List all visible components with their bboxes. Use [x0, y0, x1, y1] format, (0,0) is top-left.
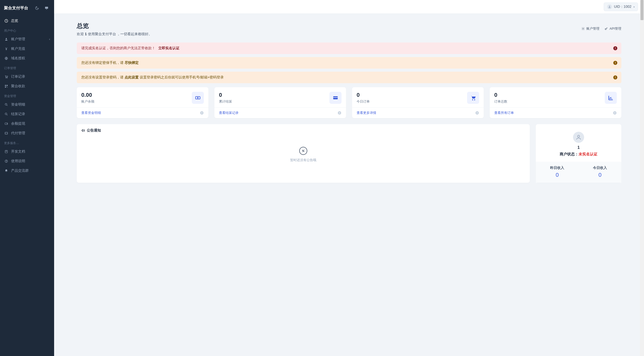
nav-domain-auth[interactable]: 域名授权	[0, 54, 54, 63]
nav-balance-withdraw[interactable]: 余额提现	[0, 119, 54, 128]
svg-point-5	[6, 78, 6, 78]
avatar-icon	[607, 4, 612, 9]
svg-point-33	[302, 150, 303, 151]
svg-point-3	[6, 38, 7, 39]
svg-point-32	[613, 111, 616, 114]
cart-icon	[4, 74, 9, 79]
user-icon	[4, 37, 9, 41]
nav-label: 产品交流群	[11, 168, 50, 173]
sidebar-header: 聚合支付平台	[0, 0, 54, 16]
svg-point-22	[605, 28, 606, 30]
svg-rect-11	[7, 87, 8, 88]
nav-section-user: 用户中心	[0, 26, 54, 34]
nav-label: 开发文档	[11, 149, 50, 154]
svg-point-25	[200, 111, 203, 114]
svg-point-24	[197, 97, 198, 98]
nav-label: 总览	[11, 19, 50, 23]
nav-product-group[interactable]: 产品交流群	[0, 166, 54, 175]
stat-balance: 0.00 账户余额 查看资金明细	[77, 87, 208, 118]
help-icon	[4, 159, 9, 163]
key-icon	[604, 27, 608, 30]
arrow-right-icon	[475, 111, 479, 115]
nav-order-records[interactable]: 订单记录	[0, 72, 54, 81]
svg-point-20	[609, 6, 610, 7]
user-menu[interactable]: UID：1002 ▾	[604, 3, 638, 11]
nav-label: 余额提现	[11, 121, 50, 126]
svg-rect-0	[45, 7, 48, 9]
page-actions: 账户管理 API管理	[581, 26, 621, 31]
nav-account-mgmt[interactable]: 账户管理 ‹	[0, 34, 54, 44]
nav-label: 域名授权	[11, 56, 50, 61]
nav-payout-mgmt[interactable]: 代付管理	[0, 128, 54, 138]
alert-icon: !	[613, 46, 617, 50]
svg-point-12	[5, 103, 7, 105]
svg-rect-8	[7, 85, 8, 86]
notice-empty: 暂时还没有公告哦	[77, 137, 530, 183]
notice-header: 公告通知	[77, 124, 530, 137]
stat-yesterday-income: 昨日收入 0	[536, 166, 579, 178]
scrollbar[interactable]	[640, 0, 644, 356]
merchant-avatar-icon	[573, 132, 584, 143]
svg-point-6	[7, 78, 8, 78]
stat-link-today[interactable]: 查看更多详情	[352, 107, 484, 118]
money-icon	[192, 92, 204, 104]
nav-label: 聚合收款	[11, 84, 50, 88]
nav-settle-records[interactable]: 结算记录	[0, 109, 54, 119]
link-bind-phone[interactable]: 尽快绑定	[125, 61, 139, 65]
svg-rect-1	[46, 9, 47, 9]
monitor-icon[interactable]	[43, 5, 50, 12]
nav-account-recharge[interactable]: 账户充值	[0, 44, 54, 54]
stat-value: 0.00	[81, 92, 94, 98]
dashboard-icon	[4, 19, 9, 23]
svg-point-15	[7, 123, 7, 124]
nav-dev-docs[interactable]: 开发文档	[0, 147, 54, 156]
empty-icon	[299, 147, 307, 155]
alert-set-password: 您还没有设置登录密码，请 点此设置 设置登录密码之后你就可以使用手机号/邮箱+密…	[77, 72, 621, 83]
stat-today-income: 今日收入 0	[579, 166, 621, 178]
svg-point-34	[304, 151, 304, 152]
theme-toggle-icon[interactable]	[33, 5, 41, 12]
scrollbar-thumb[interactable]	[640, 0, 643, 20]
nav-aggregate-pay[interactable]: 聚合收款	[0, 81, 54, 91]
globe-icon	[4, 56, 9, 61]
arrow-right-icon	[200, 111, 204, 115]
nav-section-more: 更多服务…	[0, 138, 54, 147]
nav-label: 账户充值	[11, 47, 50, 51]
merchant-panel: 1 商户状态：未实名认证 昨日收入 0 今日收入 0	[536, 124, 621, 183]
main: UID：1002 ▾ 总览 欢迎 1 使用聚合支付平台 ，一切看起来都很好。 账…	[54, 0, 644, 356]
nav-label: 代付管理	[11, 131, 50, 136]
stat-link-total[interactable]: 查看所有订单	[490, 107, 621, 118]
svg-rect-23	[196, 97, 200, 99]
arrow-right-icon	[337, 111, 342, 115]
stat-label: 订单总数	[494, 99, 507, 104]
stat-today-orders: 0 今日订单 查看更多详情	[352, 87, 484, 118]
svg-rect-27	[333, 97, 338, 98]
page-title: 总览	[77, 22, 152, 30]
search-icon	[4, 112, 9, 116]
merchant-name: 1	[540, 145, 617, 150]
action-api-mgmt[interactable]: API管理	[604, 26, 621, 31]
stat-link-settled[interactable]: 查看结算记录	[214, 107, 346, 118]
stat-label: 今日订单	[357, 99, 370, 104]
svg-rect-9	[5, 86, 6, 87]
bottom-row: 公告通知 暂时还没有公告哦 1	[77, 124, 621, 183]
stat-link-balance[interactable]: 查看资金明细	[77, 107, 208, 118]
stat-label: 累计结算	[219, 99, 232, 104]
nav-fund-detail[interactable]: 资金明细	[0, 100, 54, 109]
nav-section-fund: 资金管理	[0, 91, 54, 100]
link-verify-now[interactable]: 立即实名认证	[158, 46, 179, 51]
stat-total-orders: 0 订单总数 查看所有订单	[490, 87, 621, 118]
nav-label: 订单记录	[11, 74, 50, 79]
chart-icon	[605, 92, 617, 104]
stat-grid: 0.00 账户余额 查看资金明细 0 累计结算	[77, 87, 621, 118]
action-account-mgmt[interactable]: 账户管理	[581, 26, 599, 31]
svg-rect-10	[7, 86, 7, 87]
link-set-password[interactable]: 点此设置	[125, 75, 139, 80]
stat-label: 账户余额	[81, 99, 94, 104]
svg-point-21	[583, 28, 584, 29]
alert-bind-phone: 您还没有绑定密保手机，请 尽快绑定 !	[77, 57, 621, 69]
svg-point-35	[578, 135, 580, 137]
svg-point-19	[6, 162, 7, 162]
nav-usage-guide[interactable]: 使用说明	[0, 156, 54, 166]
nav-overview[interactable]: 总览	[0, 16, 54, 26]
